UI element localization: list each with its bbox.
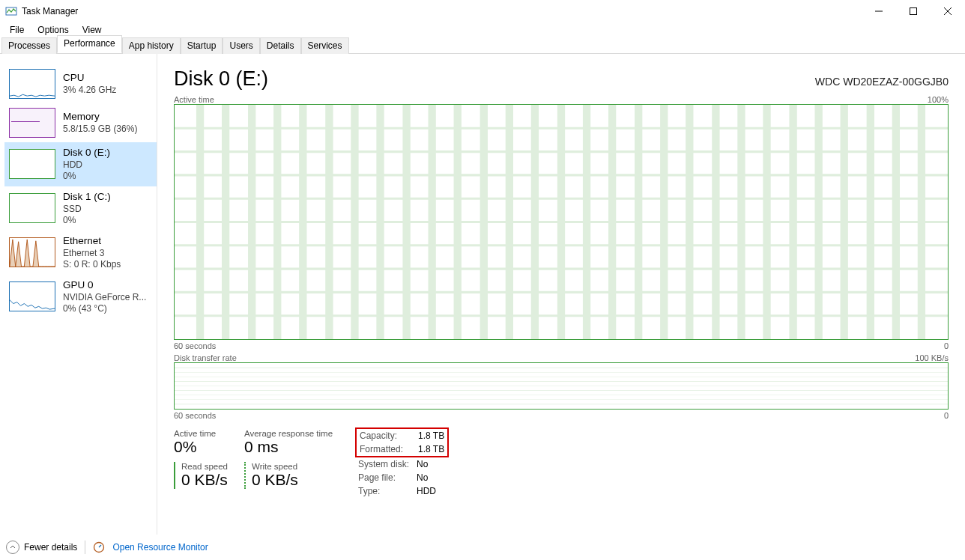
open-resource-monitor-link[interactable]: Open Resource Monitor (112, 542, 208, 553)
tab-services[interactable]: Services (301, 37, 349, 54)
gpu-title: GPU 0 (63, 279, 146, 292)
sidebar-item-ethernet[interactable]: EthernetEthernet 3S: 0 R: 0 Kbps (4, 231, 157, 275)
disk0-thumb (9, 149, 55, 179)
disk-details: Capacity:1.8 TB Formatted:1.8 TB System … (358, 429, 449, 498)
pagefile-label: Page file: (358, 472, 417, 483)
tab-users[interactable]: Users (223, 37, 259, 54)
type-label: Type: (358, 486, 417, 496)
disk1-thumb (9, 193, 55, 223)
eth-title: Ethernet (63, 235, 121, 248)
window-title: Task Manager (22, 6, 78, 16)
formatted-value: 1.8 TB (418, 444, 444, 454)
cpu-thumb (9, 69, 55, 99)
gpu-sub1: NVIDIA GeForce R... (63, 292, 146, 303)
footer: Fewer details Open Resource Monitor (0, 535, 965, 560)
chart2-label: Disk transfer rate (174, 353, 237, 362)
tab-startup[interactable]: Startup (181, 37, 223, 54)
disk0-sub1: HDD (63, 159, 110, 171)
write-speed-value: 0 KB/s (252, 471, 342, 489)
main-panel: Disk 0 (E:) WDC WD20EZAZ-00GGJB0 Active … (157, 54, 965, 535)
write-speed-label: Write speed (252, 462, 342, 471)
eth-thumb (9, 237, 55, 267)
chart2-xright: 0 (944, 411, 949, 420)
menu-file[interactable]: File (3, 23, 31, 37)
chart2-max: 100 KB/s (915, 353, 949, 362)
cpu-title: CPU (63, 72, 116, 85)
disk0-sub2: 0% (63, 171, 110, 182)
titlebar: Task Manager (0, 0, 965, 22)
sidebar-item-cpu[interactable]: CPU3% 4.26 GHz (4, 64, 157, 103)
highlight-box: Capacity:1.8 TB Formatted:1.8 TB (355, 427, 449, 457)
tabstrip: Processes Performance App history Startu… (0, 37, 965, 54)
disk1-sub2: 0% (63, 215, 111, 226)
sidebar-item-gpu[interactable]: GPU 0NVIDIA GeForce R...0% (43 °C) (4, 275, 157, 319)
svg-rect-2 (910, 8, 917, 15)
active-time-label: Active time (174, 429, 235, 438)
memory-title: Memory (63, 111, 137, 124)
disk1-title: Disk 1 (C:) (63, 191, 111, 204)
disk1-sub1: SSD (63, 204, 111, 215)
eth-sub2: S: 0 R: 0 Kbps (63, 259, 121, 270)
sidebar-item-disk1[interactable]: Disk 1 (C:)SSD0% (4, 186, 157, 231)
sidebar-item-memory[interactable]: Memory5.8/15.9 GB (36%) (4, 103, 157, 142)
active-time-value: 0% (174, 438, 235, 456)
gpu-sub2: 0% (43 °C) (63, 303, 146, 314)
menubar: File Options View (0, 22, 965, 37)
memory-sub: 5.8/15.9 GB (36%) (63, 124, 137, 135)
tab-app-history[interactable]: App history (122, 37, 181, 54)
chart-grid (175, 363, 948, 409)
task-manager-icon (5, 5, 17, 17)
tab-performance[interactable]: Performance (57, 35, 122, 53)
chevron-up-icon (6, 541, 19, 554)
close-button[interactable] (931, 0, 965, 22)
cpu-sub: 3% 4.26 GHz (63, 85, 116, 96)
capacity-label: Capacity: (360, 430, 418, 441)
fewer-details-label: Fewer details (24, 542, 77, 553)
formatted-label: Formatted: (360, 444, 418, 454)
capacity-value: 1.8 TB (418, 430, 444, 441)
read-speed-label: Read speed (181, 462, 235, 471)
pagefile-value: No (417, 472, 428, 483)
read-speed-value: 0 KB/s (181, 471, 235, 489)
sysdisk-value: No (417, 459, 428, 469)
chart1-label: Active time (174, 95, 214, 104)
disk0-title: Disk 0 (E:) (63, 147, 110, 159)
chart-grid (175, 105, 948, 339)
disk-model: WDC WD20EZAZ-00GGJB0 (815, 76, 949, 88)
separator (85, 541, 85, 554)
transfer-rate-chart[interactable] (174, 362, 949, 410)
eth-sub1: Ethernet 3 (63, 248, 121, 259)
gpu-thumb (9, 281, 55, 311)
chart1-xleft: 60 seconds (174, 341, 216, 350)
sysdisk-label: System disk: (358, 459, 417, 469)
page-title: Disk 0 (E:) (174, 67, 268, 91)
avg-resp-label: Average response time (244, 429, 342, 438)
type-value: HDD (417, 486, 436, 496)
menu-options[interactable]: Options (31, 23, 75, 37)
chart1-max: 100% (928, 95, 949, 104)
svg-line-53 (99, 545, 101, 547)
resource-monitor-icon (93, 541, 105, 553)
chart1-xright: 0 (944, 341, 949, 350)
minimize-button[interactable] (862, 0, 896, 22)
sidebar: CPU3% 4.26 GHz Memory5.8/15.9 GB (36%) D… (0, 54, 157, 535)
memory-thumb (9, 108, 55, 138)
menu-view[interactable]: View (76, 23, 109, 37)
sidebar-item-disk0[interactable]: Disk 0 (E:)HDD0% (4, 142, 157, 186)
avg-resp-value: 0 ms (244, 438, 342, 456)
tab-details[interactable]: Details (260, 37, 301, 54)
fewer-details-button[interactable]: Fewer details (6, 541, 77, 554)
tab-processes[interactable]: Processes (1, 37, 57, 54)
chart2-xleft: 60 seconds (174, 411, 216, 420)
maximize-button[interactable] (896, 0, 931, 22)
active-time-chart[interactable] (174, 104, 949, 340)
